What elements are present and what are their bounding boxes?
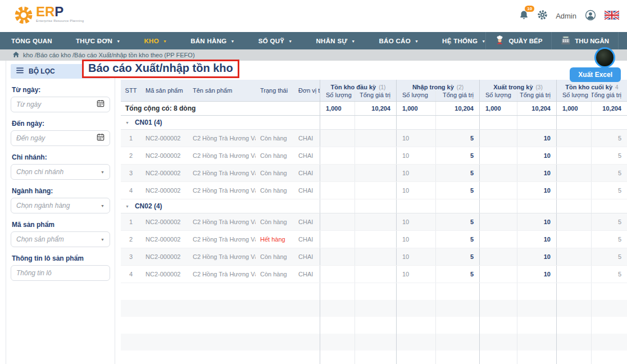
chevron-down-icon: ▼: [415, 39, 419, 43]
nav-item-thuc-don[interactable]: THỰC ĐƠN▼: [76, 38, 120, 44]
nav-item-he-thong[interactable]: HỆ THỐNG▼: [442, 38, 485, 44]
settings-gear-icon[interactable]: [537, 10, 548, 22]
filter-input-tu-ngay[interactable]: Từ ngày: [11, 97, 110, 112]
empty-cell: [435, 351, 479, 364]
empty-cell: [435, 317, 479, 334]
group-toggle[interactable]: ▼CN01 (4): [121, 116, 320, 129]
cell-value: [479, 182, 517, 199]
empty-cell: [121, 300, 141, 317]
nav-item-kho[interactable]: KHO▼: [144, 38, 167, 44]
empty-cell: [294, 300, 320, 317]
empty-cell: [396, 334, 435, 351]
cell-value: [320, 213, 355, 230]
filter-sidebar: BỘ LỌC Từ ngày:Từ ngàyĐến ngày:Đến ngàyC…: [6, 61, 115, 364]
group-header: Tồn kho đầu kỳ(1): [320, 80, 396, 90]
cell-value: 5: [591, 182, 627, 199]
nav-item-label: BÁO CÁO: [379, 38, 410, 44]
cell-value: [355, 182, 396, 199]
filter-label-den-ngay: Đến ngày:: [12, 120, 109, 128]
nav-button-label: THU NGÂN: [575, 38, 609, 44]
language-flag-icon[interactable]: [605, 11, 619, 22]
cell-status: Còn hàng: [256, 130, 294, 147]
filter-input-chi-nhanh[interactable]: Chọn chi nhánh▼: [11, 164, 110, 180]
empty-cell: [320, 283, 355, 300]
cell-value: [556, 182, 591, 199]
notifications-button[interactable]: 10: [519, 10, 529, 23]
cell-value: [479, 130, 517, 147]
empty-cell: [121, 334, 141, 351]
cell-value: [355, 165, 396, 181]
empty-cell: [556, 300, 591, 317]
group-header: Nhập trong kỳ(2): [396, 80, 479, 90]
export-excel-button[interactable]: Xuất Excel: [570, 67, 621, 82]
group-header-label: Nhập trong kỳ: [412, 84, 454, 90]
cell-value: [320, 130, 355, 147]
cell-value: 10: [517, 147, 556, 164]
chevron-down-icon: ▼: [163, 39, 167, 43]
group-header-suffix: (2): [457, 84, 464, 90]
nav-item-ban-hang[interactable]: BÁN HÀNG▼: [190, 38, 235, 44]
group-header-label: Tồn kho cuối kỳ: [565, 84, 612, 90]
cell-product-code: NC2-000002: [141, 165, 188, 181]
nav-item-label: SỐ QUỸ: [258, 38, 285, 44]
empty-row: [121, 351, 627, 364]
cell-status: Còn hàng: [256, 147, 294, 164]
nav-button-thu-ngan[interactable]: THU NGÂN: [551, 32, 618, 49]
filter-label-thong-tin-lo: Thông tin lô sản phẩm: [12, 254, 109, 262]
group-empty-cell: [396, 116, 435, 129]
filter-fields: Từ ngày:Từ ngàyĐến ngày:Đến ngàyChi nhán…: [11, 86, 110, 281]
group-row: ▼CN02 (4): [121, 199, 627, 213]
empty-cell: [556, 317, 591, 334]
nav-button-nhan-vien[interactable]: NHÂN VIÊN: [618, 32, 627, 49]
main-navbar: TỔNG QUANTHỰC ĐƠN▼KHO▼BÁN HÀNG▼SỐ QUỸ▼NH…: [0, 32, 627, 49]
filter-placeholder: Đến ngày: [16, 134, 45, 142]
empty-cell: [320, 351, 355, 364]
cell-value: 10: [396, 147, 435, 164]
group-label: CN02 (4): [135, 202, 162, 210]
content: BỘ LỌC Từ ngày:Từ ngàyĐến ngày:Đến ngàyC…: [0, 61, 627, 364]
cell-status: Còn hàng: [256, 165, 294, 181]
page-title: Báo cáo Xuất/nhập tồn kho: [88, 62, 233, 75]
nav-item-nhan-su[interactable]: NHÂN SỰ▼: [316, 38, 356, 44]
filter-input-den-ngay[interactable]: Đến ngày: [11, 130, 110, 146]
home-icon[interactable]: [12, 51, 20, 59]
cell-product-code: NC2-000002: [141, 248, 188, 265]
subcol-header: Tổng giá trị: [355, 90, 396, 101]
nav-item-so-quy[interactable]: SỐ QUỸ▼: [258, 38, 293, 44]
empty-cell: [188, 334, 256, 351]
cell-value: 10: [396, 248, 435, 265]
filter-input-nganh-hang[interactable]: Chọn ngành hàng▼: [11, 198, 110, 213]
chevron-down-icon: ▼: [125, 204, 129, 208]
cell-value: 5: [591, 213, 627, 230]
table-header: STTMã sản phẩmTên sản phẩmTrạng tháiĐơn …: [121, 80, 627, 102]
nav-item-label: KHO: [144, 38, 158, 44]
nav-button-quay-bep[interactable]: QUẦY BẾP: [485, 32, 551, 49]
empty-cell: [355, 283, 396, 300]
group-empty-cell: [355, 199, 396, 213]
nav-item-label: NHÂN SỰ: [316, 38, 348, 44]
cell-status: Còn hàng: [256, 266, 294, 283]
filter-input-ma-san-pham[interactable]: Chọn sản phẩm▼: [11, 231, 110, 247]
cell-product-code: NC2-000002: [141, 266, 188, 283]
filter-input-thong-tin-lo[interactable]: Thông tin lô: [11, 265, 110, 281]
cell-product-name: C2 Hồng Trà Hương Vải: [188, 147, 256, 164]
empty-cell: [355, 317, 396, 334]
nav-item-tong-quan[interactable]: TỔNG QUAN: [11, 38, 52, 44]
empty-cell: [556, 283, 591, 300]
subcol-header: Tổng giá trị: [591, 90, 627, 101]
user-avatar-icon[interactable]: [584, 9, 597, 24]
cell-value: 5: [435, 213, 479, 230]
group-header-label: Tồn kho đầu kỳ: [331, 84, 376, 90]
brand-tagline: Enterprise Resource Planning: [36, 19, 84, 22]
group-toggle[interactable]: ▼CN02 (4): [121, 199, 320, 213]
empty-row: [121, 283, 627, 300]
nav-item-bao-cao[interactable]: BÁO CÁO▼: [379, 38, 419, 44]
cell-value: 5: [435, 130, 479, 147]
top-bar: ERP Enterprise Resource Planning 10 Admi…: [0, 0, 627, 32]
chevron-down-icon: ▼: [101, 238, 104, 242]
chevron-down-icon: ▼: [351, 39, 355, 43]
cell-unit: CHAI: [294, 213, 320, 230]
cell-value: 5: [435, 147, 479, 164]
empty-cell: [141, 334, 188, 351]
floating-widget[interactable]: [594, 47, 615, 68]
